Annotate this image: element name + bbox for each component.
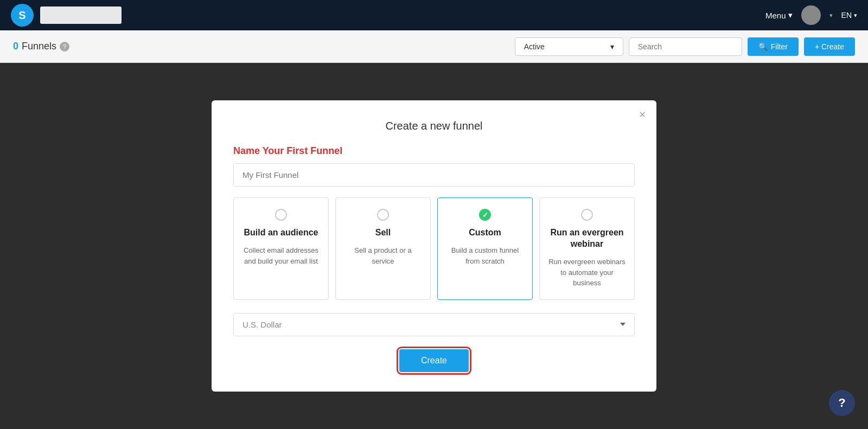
card-desc-custom: Build a custom funnel from scratch <box>446 245 524 266</box>
status-dropdown[interactable]: Active ▾ <box>515 37 623 56</box>
modal-create-button[interactable]: Create <box>399 349 469 372</box>
chevron-down-icon-active: ▾ <box>610 42 614 51</box>
chevron-down-icon-lang: ▾ <box>854 12 857 19</box>
modal-title: Create a new funnel <box>233 120 635 132</box>
card-title-webinar: Run an evergreen webinar <box>548 227 626 250</box>
menu-button[interactable]: Menu ▾ <box>765 10 793 20</box>
close-button[interactable]: × <box>639 109 646 120</box>
funnel-type-selector: Build an audience Collect email addresse… <box>233 197 635 299</box>
card-desc-sell: Sell a product or a service <box>344 245 422 266</box>
create-funnel-modal: × Create a new funnel Name Your First Fu… <box>212 100 656 391</box>
app-logo: S <box>11 4 34 27</box>
funnel-type-custom[interactable]: Custom Build a custom funnel from scratc… <box>437 197 533 299</box>
filter-button[interactable]: 🔍 Filter <box>748 37 799 56</box>
user-avatar[interactable] <box>801 5 821 25</box>
brand-input[interactable] <box>40 7 122 24</box>
radio-custom <box>479 209 491 221</box>
sub-header: 0 Funnels ? Active ▾ 🔍 Filter + Create <box>0 30 868 63</box>
card-title-build-audience: Build an audience <box>244 227 318 239</box>
search-input[interactable] <box>629 37 742 56</box>
chevron-down-icon: ▾ <box>788 10 793 20</box>
radio-webinar <box>581 209 593 221</box>
funnels-label: Funnels <box>22 41 56 52</box>
funnel-type-build-audience[interactable]: Build an audience Collect email addresse… <box>233 197 329 299</box>
nav-right: Menu ▾ ▾ EN ▾ <box>765 5 857 25</box>
main-content: × Create a new funnel Name Your First Fu… <box>0 63 868 429</box>
chevron-down-icon-avatar: ▾ <box>829 12 833 19</box>
card-title-sell: Sell <box>375 227 391 239</box>
sub-header-controls: Active ▾ 🔍 Filter + Create <box>515 37 855 56</box>
create-funnel-button[interactable]: + Create <box>804 37 855 56</box>
currency-dropdown[interactable]: U.S. Dollar Euro British Pound <box>233 313 635 336</box>
funnel-name-input[interactable] <box>233 163 635 187</box>
card-desc-build-audience: Collect email addresses and build your e… <box>242 245 320 266</box>
radio-sell <box>377 209 389 221</box>
funnel-count-label: 0 Funnels ? <box>13 41 69 52</box>
help-bubble[interactable]: ? <box>829 390 855 416</box>
card-desc-webinar: Run evergreen webinars to automate your … <box>548 257 626 289</box>
search-icon: 🔍 <box>758 42 768 51</box>
funnel-type-webinar[interactable]: Run an evergreen webinar Run evergreen w… <box>539 197 635 299</box>
radio-build-audience <box>275 209 287 221</box>
language-selector[interactable]: EN ▾ <box>841 11 857 20</box>
top-nav: S Menu ▾ ▾ EN ▾ <box>0 0 868 30</box>
modal-overlay: × Create a new funnel Name Your First Fu… <box>0 63 868 429</box>
section-label: Name Your First Funnel <box>233 145 635 157</box>
help-icon[interactable]: ? <box>60 42 69 52</box>
funnel-type-sell[interactable]: Sell Sell a product or a service <box>335 197 431 299</box>
count-number: 0 <box>13 41 18 52</box>
card-title-custom: Custom <box>469 227 501 239</box>
